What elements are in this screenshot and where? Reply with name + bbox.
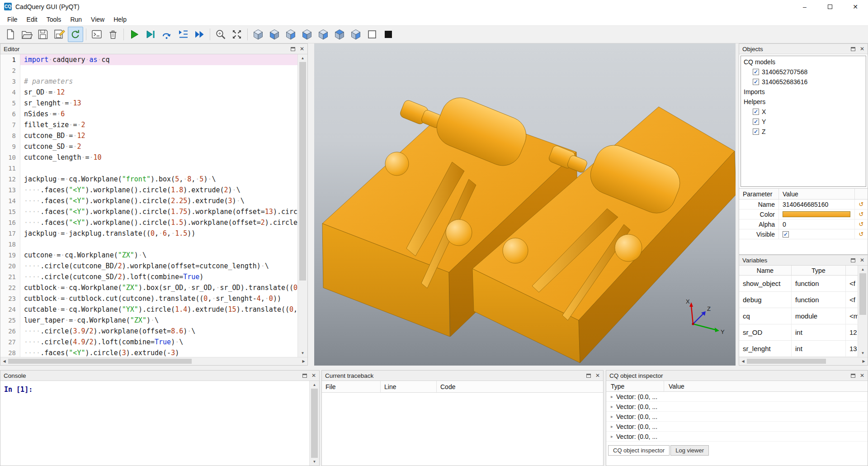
code-line-28[interactable]: ····.faces("<Y").circle(3).extrude(-3) — [20, 347, 297, 357]
editor-vscrollbar[interactable]: ▲ ▼ — [297, 54, 307, 357]
display-shaded-button[interactable] — [381, 27, 396, 42]
render-button[interactable] — [127, 27, 142, 42]
menu-file[interactable]: File — [3, 14, 22, 24]
variables-vscrollbar[interactable]: ▲ ▼ — [858, 266, 868, 357]
new-script-button[interactable] — [3, 27, 18, 42]
scroll-down-icon[interactable]: ▼ — [858, 349, 868, 357]
code-line-13[interactable]: ····.faces("<Y").workplane().circle(1.8)… — [20, 185, 297, 195]
code-line-18[interactable] — [20, 239, 297, 250]
property-value[interactable]: 0 — [779, 219, 855, 229]
properties-header-parameter[interactable]: Parameter — [739, 189, 779, 199]
scroll-left-icon[interactable]: ◀ — [739, 357, 747, 365]
code-line-4[interactable]: sr_OD·=·12 — [20, 87, 297, 98]
view-back-button[interactable] — [283, 27, 298, 42]
traceback-header-file[interactable]: File — [322, 381, 381, 392]
debug-button[interactable] — [143, 27, 158, 42]
cad-scene[interactable]: X Z Y — [314, 43, 736, 366]
variables-panel-titlebar[interactable]: Variables ✕ — [739, 255, 868, 266]
save-button[interactable] — [35, 27, 51, 42]
code-line-14[interactable]: ····.faces("<Y").workplane().circle(2.25… — [20, 195, 297, 206]
inspector-panel-titlebar[interactable]: CQ object inspector ✕ — [606, 371, 868, 381]
inspector-float-icon[interactable] — [851, 374, 855, 378]
expander-icon[interactable]: ▸ — [611, 404, 613, 409]
code-line-25[interactable]: luer_taper·=·cq.Workplane("ZX")·\ — [20, 315, 297, 326]
objects-tree[interactable]: CQ models31406527075683140652683616Impor… — [741, 56, 866, 187]
objects-float-icon[interactable] — [851, 47, 855, 51]
variable-row-show_object[interactable]: show_objectfunction<f — [739, 276, 858, 292]
scroll-left-icon[interactable]: ◀ — [0, 357, 8, 365]
console-vscrollbar[interactable]: ▲ ▼ — [309, 381, 319, 466]
code-line-8[interactable]: cutcone_BD·=·12 — [20, 130, 297, 141]
checkbox-icon[interactable] — [783, 231, 789, 238]
editor-code[interactable]: import·cadquery·as·cq# parameterssr_OD·=… — [20, 54, 297, 357]
continue-button[interactable] — [192, 27, 207, 42]
color-swatch[interactable] — [783, 211, 850, 217]
reset-icon[interactable]: ↺ — [855, 229, 868, 239]
code-line-23[interactable]: cutblock·=·cutblock.cut(cutcone).transla… — [20, 293, 297, 304]
scroll-up-icon[interactable]: ▲ — [310, 381, 319, 389]
tab-log-viewer[interactable]: Log viewer — [670, 445, 709, 456]
code-line-19[interactable]: cutcone·=·cq.Workplane("ZX")·\ — [20, 250, 297, 261]
code-line-26[interactable]: ····.circle(3.9/2).workplane(offset=8.6)… — [20, 326, 297, 337]
scroll-down-icon[interactable]: ▼ — [298, 349, 307, 357]
console-prompt[interactable]: In [1]: — [0, 381, 309, 466]
checkbox-icon[interactable] — [753, 109, 759, 115]
property-value[interactable] — [779, 209, 855, 219]
variable-row-sr_OD[interactable]: sr_ODint12 — [739, 324, 858, 341]
code-line-22[interactable]: cutblock·=·cq.Workplane("ZX").box(sr_OD,… — [20, 282, 297, 293]
variable-row-sr_lenght[interactable]: sr_lenghtint13 — [739, 341, 858, 357]
expander-icon[interactable]: ▸ — [611, 424, 613, 429]
tree-group-helpers[interactable]: Helpers — [741, 97, 866, 107]
tab-cq-object-inspector[interactable]: CQ object inspector — [608, 445, 670, 456]
view-top-button[interactable] — [332, 27, 347, 42]
traceback-float-icon[interactable] — [586, 374, 591, 378]
tree-item-3140652707568[interactable]: 3140652707568 — [741, 67, 866, 77]
display-wireframe-button[interactable] — [364, 27, 380, 42]
code-line-6[interactable]: nSides·=·6 — [20, 109, 297, 119]
scroll-right-icon[interactable]: ▶ — [300, 357, 307, 365]
menu-tools[interactable]: Tools — [42, 14, 66, 24]
code-line-24[interactable]: cutcable·=·cq.Workplane("YX").circle(1.4… — [20, 304, 297, 315]
code-line-11[interactable] — [20, 163, 297, 174]
view-front-button[interactable] — [267, 27, 282, 42]
scroll-down-icon[interactable]: ▼ — [310, 458, 319, 466]
scrollbar-thumb[interactable] — [8, 359, 192, 364]
traceback-close-icon[interactable]: ✕ — [595, 373, 600, 378]
scroll-right-icon[interactable]: ▶ — [860, 357, 868, 365]
code-line-27[interactable]: ····.circle(4.9/2).loft(combine=True)·\ — [20, 337, 297, 347]
code-line-7[interactable]: fillet_size·=·2 — [20, 119, 297, 130]
expander-icon[interactable]: ▸ — [611, 394, 613, 399]
tree-item-z[interactable]: Z — [741, 127, 866, 137]
inspector-header-value[interactable]: Value — [664, 381, 868, 391]
code-line-5[interactable]: sr_lenght·=·13 — [20, 98, 297, 109]
editor-close-icon[interactable]: ✕ — [300, 46, 304, 52]
traceback-header-code[interactable]: Code — [437, 381, 603, 392]
variables-header-name[interactable]: Name — [739, 266, 792, 275]
inspector-row-5[interactable]: ▸Vector: (0.0, ... — [606, 432, 868, 442]
view-left-button[interactable] — [299, 27, 315, 42]
minimize-button[interactable]: – — [792, 0, 817, 13]
expander-icon[interactable]: ▸ — [611, 414, 613, 419]
console-float-icon[interactable] — [302, 374, 307, 378]
tree-item-3140652683616[interactable]: 3140652683616 — [741, 77, 866, 87]
traceback-panel-titlebar[interactable]: Current traceback ✕ — [322, 371, 603, 381]
checkbox-icon[interactable] — [753, 119, 759, 125]
objects-panel-titlebar[interactable]: Objects ✕ — [739, 44, 868, 54]
viewport-right-splitter[interactable] — [736, 43, 739, 366]
scrollbar-thumb[interactable] — [747, 359, 826, 364]
delete-button[interactable] — [105, 27, 121, 42]
code-line-21[interactable]: ····.circle(cutcone_SD/2).loft(combine=T… — [20, 271, 297, 282]
editor-float-icon[interactable] — [291, 47, 295, 51]
step-into-button[interactable] — [175, 27, 191, 42]
reset-icon[interactable]: ↺ — [855, 200, 868, 209]
checkbox-icon[interactable] — [753, 128, 759, 135]
code-line-20[interactable]: ····.circle(cutcone_BD/2).workplane(offs… — [20, 261, 297, 271]
variable-row-debug[interactable]: debugfunction<f — [739, 292, 858, 308]
checkbox-icon[interactable] — [753, 79, 759, 85]
view-iso-button[interactable] — [250, 27, 266, 42]
inspector-row-1[interactable]: ▸Vector: (0.0, ... — [606, 392, 868, 402]
scrollbar-thumb[interactable] — [311, 389, 318, 458]
variables-close-icon[interactable]: ✕ — [860, 257, 864, 263]
maximize-button[interactable] — [817, 0, 843, 13]
reset-icon[interactable]: ↺ — [855, 209, 868, 219]
